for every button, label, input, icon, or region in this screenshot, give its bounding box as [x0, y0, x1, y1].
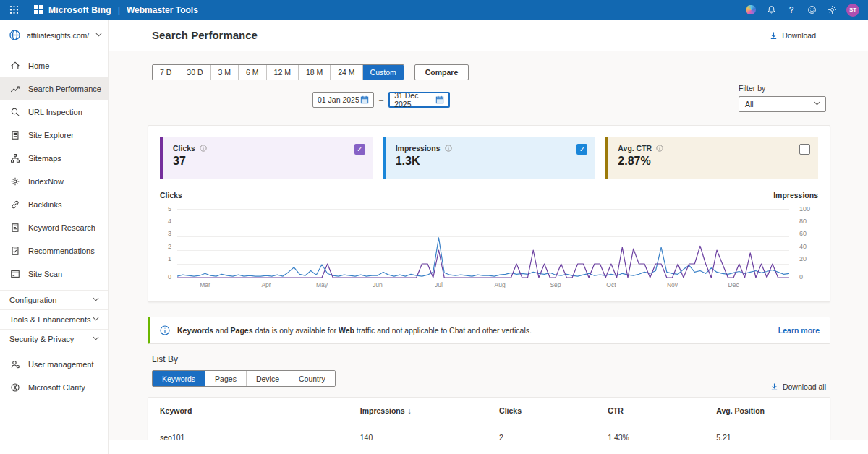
- date-to-input[interactable]: 31 Dec 2025: [388, 92, 450, 108]
- list-by-label: List By: [152, 354, 868, 364]
- info-icon: [160, 325, 170, 335]
- left-axis-title: Clicks: [160, 191, 182, 200]
- microsoft-logo-icon: [34, 5, 43, 14]
- sidebar: affiliatesights.com/ Home Search Perform…: [0, 20, 109, 454]
- svg-text:Jun: Jun: [373, 281, 383, 288]
- date-separator: –: [379, 95, 383, 104]
- download-button[interactable]: Download: [770, 31, 816, 40]
- chevron-down-icon: [814, 101, 820, 107]
- sidebar-group-security-privacy[interactable]: Security & Privacy: [0, 329, 109, 348]
- sidebar-item-indexnow[interactable]: IndexNow: [0, 170, 109, 193]
- ctr-metric-card[interactable]: Avg. CTR 2.87%: [605, 137, 818, 179]
- tab-country[interactable]: Country: [289, 371, 335, 386]
- sidebar-group-label: Tools & Enhancements: [9, 315, 91, 324]
- sitemap-tree-icon: [9, 153, 20, 164]
- line-chart: 543210 MarAprMayJunJulAugSepOctNovDec 10…: [160, 209, 818, 290]
- column-header-keyword[interactable]: Keyword: [160, 406, 360, 415]
- column-header-clicks[interactable]: Clicks: [499, 406, 608, 415]
- sidebar-item-label: Backlinks: [28, 200, 61, 209]
- brand-name[interactable]: Microsoft Bing: [48, 5, 111, 15]
- filter-by-value: All: [745, 100, 814, 108]
- filter-by-label: Filter by: [739, 84, 826, 93]
- clicks-checkbox[interactable]: ✓: [354, 144, 365, 155]
- impressions-checkbox[interactable]: ✓: [576, 144, 587, 155]
- sidebar-item-label: Home: [28, 61, 49, 70]
- download-icon: [770, 382, 778, 391]
- tab-keywords[interactable]: Keywords: [153, 371, 205, 386]
- performance-chart-card: Clicks 37 ✓ Impressions 1.3K ✓: [148, 125, 830, 302]
- sidebar-item-keyword-research[interactable]: Keyword Research: [0, 216, 109, 239]
- date-range-segmented-control: 7 D 30 D 3 M 6 M 12 M 18 M 24 M Custom: [152, 64, 404, 80]
- clicks-metric-card[interactable]: Clicks 37 ✓: [160, 137, 373, 179]
- site-selector[interactable]: affiliatesights.com/: [0, 20, 109, 51]
- range-24m-button[interactable]: 24 M: [331, 65, 362, 80]
- sidebar-item-site-explorer[interactable]: Site Explorer: [0, 124, 109, 147]
- sidebar-item-label: URL Inspection: [28, 108, 82, 116]
- ctr-checkbox[interactable]: [799, 144, 810, 155]
- notifications-bell-icon[interactable]: [762, 1, 780, 19]
- user-avatar[interactable]: ST: [846, 4, 859, 17]
- site-scan-icon: [9, 269, 20, 280]
- info-icon: [656, 145, 663, 152]
- help-icon[interactable]: ?: [783, 1, 800, 19]
- page-title: Search Performance: [152, 29, 258, 41]
- sidebar-item-user-management[interactable]: User management: [0, 353, 109, 376]
- sidebar-item-label: Keyword Research: [28, 223, 95, 232]
- svg-text:Apr: Apr: [261, 281, 271, 288]
- sidebar-item-recommendations[interactable]: Recommendations: [0, 239, 109, 262]
- range-12m-button[interactable]: 12 M: [267, 65, 299, 80]
- table-header-row: Keyword Impressions↓ Clicks CTR Avg. Pos…: [160, 398, 818, 424]
- sort-descending-icon: ↓: [408, 406, 412, 415]
- svg-text:May: May: [316, 281, 328, 288]
- chevron-down-icon: [95, 33, 101, 38]
- range-3m-button[interactable]: 3 M: [211, 65, 239, 80]
- column-header-avg-position[interactable]: Avg. Position: [716, 406, 818, 415]
- sidebar-item-microsoft-clarity[interactable]: Microsoft Clarity: [0, 376, 109, 399]
- filter-by-select[interactable]: All: [739, 96, 826, 112]
- feedback-smiley-icon[interactable]: [803, 1, 820, 19]
- learn-more-link[interactable]: Learn more: [778, 326, 820, 335]
- download-all-label: Download all: [783, 382, 826, 391]
- impressions-value: 1.3K: [396, 155, 587, 168]
- calendar-icon: [360, 95, 369, 104]
- main-area: Search Performance Download 7 D 30 D 3 M…: [109, 20, 868, 454]
- column-header-ctr[interactable]: CTR: [608, 406, 716, 415]
- sidebar-item-label: Site Explorer: [28, 131, 74, 140]
- recommendations-icon: [9, 246, 20, 257]
- range-6m-button[interactable]: 6 M: [239, 65, 267, 80]
- sidebar-item-label: Recommendations: [28, 247, 95, 255]
- svg-text:Dec: Dec: [728, 281, 740, 288]
- calendar-icon: [435, 95, 444, 104]
- range-custom-button[interactable]: Custom: [363, 65, 404, 80]
- list-by-tabs: Keywords Pages Device Country: [152, 370, 336, 387]
- svg-text:Sep: Sep: [550, 281, 561, 288]
- sidebar-item-sitemaps[interactable]: Sitemaps: [0, 147, 109, 170]
- sidebar-item-home[interactable]: Home: [0, 54, 109, 77]
- waffle-menu-icon[interactable]: [4, 0, 24, 20]
- sidebar-item-backlinks[interactable]: Backlinks: [0, 193, 109, 216]
- sidebar-group-configuration[interactable]: Configuration: [0, 290, 109, 309]
- globe-icon: [9, 29, 21, 41]
- column-header-impressions[interactable]: Impressions↓: [360, 406, 499, 415]
- compare-button[interactable]: Compare: [414, 64, 469, 80]
- impressions-metric-card[interactable]: Impressions 1.3K ✓: [383, 137, 596, 179]
- user-management-icon: [9, 359, 20, 370]
- range-7d-button[interactable]: 7 D: [153, 65, 179, 80]
- copilot-icon[interactable]: [742, 1, 760, 19]
- sidebar-item-search-performance[interactable]: Search Performance: [0, 77, 109, 100]
- download-all-button[interactable]: Download all: [770, 382, 826, 391]
- settings-gear-icon[interactable]: [823, 1, 841, 19]
- product-name[interactable]: Webmaster Tools: [127, 5, 198, 15]
- sidebar-item-url-inspection[interactable]: URL Inspection: [0, 100, 109, 124]
- sidebar-item-site-scan[interactable]: Site Scan: [0, 262, 109, 286]
- chart-plot-area[interactable]: MarAprMayJunJulAugSepOctNovDec: [177, 209, 789, 290]
- range-18m-button[interactable]: 18 M: [299, 65, 331, 80]
- range-30d-button[interactable]: 30 D: [179, 65, 210, 80]
- tab-device[interactable]: Device: [247, 371, 289, 386]
- sidebar-group-tools-enhancements[interactable]: Tools & Enhancements: [0, 309, 109, 329]
- date-from-input[interactable]: 01 Jan 2025: [312, 92, 374, 108]
- info-icon: [445, 145, 452, 152]
- page-header: Search Performance Download: [109, 20, 868, 51]
- date-to-value: 31 Dec 2025: [394, 91, 435, 108]
- tab-pages[interactable]: Pages: [205, 371, 247, 386]
